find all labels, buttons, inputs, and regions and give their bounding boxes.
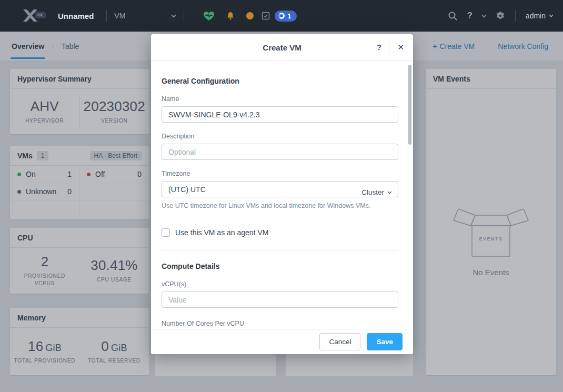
task-progress-pill[interactable]: 1 <box>275 11 296 22</box>
timezone-scope-dropdown[interactable]: Cluster <box>361 188 392 196</box>
search-icon[interactable] <box>448 11 458 21</box>
modal-title: Create VM <box>151 34 413 61</box>
navbar-divider <box>106 10 107 22</box>
modal-body: General Configuration Name Description T… <box>151 61 413 329</box>
vm-menu-label: VM <box>114 12 125 20</box>
section-divider <box>162 250 398 250</box>
tasks-icon[interactable] <box>261 11 270 21</box>
description-input[interactable] <box>162 144 398 160</box>
top-navbar: CE Unnamed VM <box>0 0 563 32</box>
modal-footer: Cancel Save <box>151 329 413 354</box>
create-vm-modal: Create VM ? ✕ General Configuration Name… <box>151 34 413 354</box>
modal-header-divider <box>389 42 389 54</box>
admin-label: admin <box>526 12 546 20</box>
vcpu-input[interactable] <box>162 292 398 308</box>
section-heading-general: General Configuration <box>162 77 398 85</box>
navbar-divider <box>515 10 516 22</box>
description-field-label: Description <box>162 133 398 140</box>
cores-field-label: Number Of Cores Per vCPU <box>162 320 398 327</box>
logo-ce-badge: CE <box>35 12 46 18</box>
vcpu-field-label: vCPU(s) <box>162 280 398 288</box>
agent-vm-checkbox-row[interactable]: Use this VM as an agent VM <box>162 228 398 237</box>
admin-menu[interactable]: admin <box>526 12 554 20</box>
modal-header: Create VM ? ✕ <box>151 34 413 61</box>
save-button[interactable]: Save <box>367 333 403 350</box>
agent-vm-checkbox[interactable] <box>162 228 170 237</box>
chevron-down-icon <box>387 191 392 194</box>
chevron-down-icon <box>549 14 554 17</box>
cancel-button[interactable]: Cancel <box>319 333 360 350</box>
cluster-name: Unnamed <box>58 12 94 21</box>
agent-vm-label: Use this VM as an agent VM <box>175 228 268 237</box>
app-logo[interactable]: CE <box>23 9 44 22</box>
close-icon[interactable]: ✕ <box>397 43 404 52</box>
name-field-label: Name <box>162 95 398 103</box>
modal-help-icon[interactable]: ? <box>377 43 381 52</box>
health-heart-icon[interactable] <box>203 11 215 21</box>
chevron-down-icon <box>171 14 176 18</box>
notification-bell-icon[interactable] <box>225 11 236 22</box>
name-input[interactable] <box>162 106 398 123</box>
timezone-field-label: Timezone <box>162 170 398 177</box>
vm-menu-dropdown[interactable]: VM <box>114 12 176 20</box>
help-icon[interactable]: ? <box>467 11 472 21</box>
gear-icon[interactable] <box>496 11 505 21</box>
alert-dot-icon[interactable] <box>246 12 254 19</box>
section-heading-compute: Compute Details <box>162 262 398 270</box>
task-spinner-icon <box>278 13 285 19</box>
timezone-hint: Use UTC timezone for Linux VMs and local… <box>162 202 398 209</box>
quick-access-chevron-icon[interactable] <box>481 14 487 18</box>
task-count: 1 <box>287 12 291 20</box>
navbar-divider <box>184 10 184 22</box>
modal-scrollbar[interactable] <box>408 65 411 145</box>
